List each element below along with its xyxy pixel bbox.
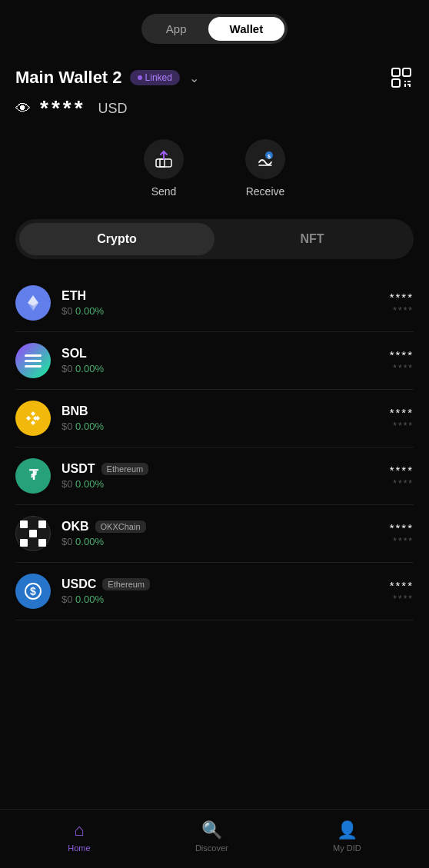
svg-marker-19 [31,421,35,425]
discover-nav-button[interactable]: 🔍 Discover [195,820,228,853]
receive-label: Receive [246,185,285,198]
coin-eth-info: ETH $0 0.00% [62,289,379,317]
coin-usdt-amount: **** [390,464,414,477]
coin-okb-amount: **** [390,521,414,534]
svg-text:$: $ [268,154,271,160]
coin-usdc-symbol: USDC [62,577,96,591]
coin-usdc-amount-sub: **** [390,594,414,604]
coin-usdt-value: $0 0.00% [62,478,379,490]
eye-icon[interactable]: 👁 [15,100,31,118]
coin-okb-info: OKB OKXChain $0 0.00% [62,520,379,547]
coin-sol-amount-sub: **** [390,363,414,374]
coin-eth-amount: **** [390,291,414,304]
svg-rect-9 [160,159,165,167]
coin-list: ETH $0 0.00% **** **** SOL [15,274,414,620]
crypto-tab-button[interactable]: Crypto [19,223,214,255]
svg-rect-8 [156,159,171,167]
svg-rect-4 [407,81,411,82]
linked-label: Linked [145,72,172,83]
send-label: Send [151,185,177,198]
balance-hidden: **** [40,96,86,121]
coin-bnb-amount: **** [390,406,414,419]
coin-bnb-balance: **** **** [390,406,414,431]
coin-bnb-info: BNB $0 0.00% [62,404,379,432]
list-item[interactable]: SOL $0 0.00% **** **** [15,332,414,390]
list-item[interactable]: OKB OKXChain $0 0.00% **** **** [15,505,414,563]
receive-icon-circle: $ [245,139,285,179]
svg-rect-5 [404,84,406,87]
coin-usdt-balance: **** **** [390,464,414,489]
scan-icon[interactable] [389,65,414,90]
usdt-logo: ₮ [15,458,51,494]
svg-rect-0 [392,68,400,76]
svg-rect-1 [403,68,411,76]
linked-badge[interactable]: Linked [130,70,180,85]
coin-usdt-amount-sub: **** [390,478,414,489]
coin-sol-value: $0 0.00% [62,363,379,374]
home-nav-label: Home [68,843,90,853]
coin-usdc-amount: **** [390,579,414,592]
sol-logo [15,343,51,378]
coin-bnb-value: $0 0.00% [62,421,379,432]
linked-dot [138,75,142,80]
usdc-logo: $ [15,574,51,609]
wallet-title-group: Main Wallet 2 Linked ⌄ [15,68,199,88]
app-tab-button[interactable]: App [145,17,208,41]
list-item[interactable]: ₮ USDT Ethereum $0 0.00% **** **** [15,447,414,505]
coin-usdc-balance: **** **** [390,579,414,604]
coin-usdt-info: USDT Ethereum $0 0.00% [62,462,379,490]
coin-sol-balance: **** **** [390,348,414,374]
coin-eth-symbol: ETH [62,289,86,303]
list-item[interactable]: $ USDC Ethereum $0 0.00% **** **** [15,563,414,620]
person-icon: 👤 [337,820,358,840]
list-item[interactable]: ETH $0 0.00% **** **** [15,274,414,332]
coin-sol-symbol: SOL [62,347,87,361]
discover-nav-label: Discover [195,843,228,853]
search-icon: 🔍 [201,820,222,840]
svg-text:₮: ₮ [29,467,39,483]
wallet-name: Main Wallet 2 [15,68,122,88]
nft-tab-button[interactable]: NFT [214,223,410,255]
svg-rect-7 [409,84,411,87]
svg-rect-3 [404,81,406,82]
eth-logo [15,285,51,321]
home-nav-button[interactable]: ⌂ Home [68,820,90,853]
wallet-header: Main Wallet 2 Linked ⌄ [15,65,414,90]
svg-rect-2 [392,79,400,87]
mydid-nav-label: My DID [333,843,361,853]
coin-usdt-symbol: USDT [62,462,95,476]
coin-usdc-value: $0 0.00% [62,594,379,605]
coin-okb-network: OKXChain [95,520,146,533]
coin-okb-balance: **** **** [390,521,414,547]
coin-sol-info: SOL $0 0.00% [62,347,379,374]
receive-button[interactable]: $ Receive [245,139,285,198]
bnb-logo [15,401,51,436]
coin-bnb-amount-sub: **** [390,421,414,431]
coin-usdt-network: Ethereum [101,463,149,475]
svg-marker-16 [26,416,31,421]
list-item[interactable]: BNB $0 0.00% **** **** [15,390,414,447]
app-wallet-toggle[interactable]: App Wallet [141,14,288,44]
coin-eth-value: $0 0.00% [62,305,379,317]
coin-okb-symbol: OKB [62,520,89,534]
send-button[interactable]: Send [144,139,184,198]
svg-text:$: $ [30,585,36,597]
coin-okb-amount-sub: **** [390,536,414,547]
sol-icon [22,351,45,371]
chevron-down-icon[interactable]: ⌄ [189,71,199,85]
coin-okb-value: $0 0.00% [62,536,379,547]
balance-row: 👁 **** USD [15,96,414,121]
coin-sol-amount: **** [390,348,414,361]
main-content: Main Wallet 2 Linked ⌄ 👁 **** USD [0,44,429,809]
balance-currency: USD [98,101,128,117]
tab-switcher: Crypto NFT [15,219,414,259]
coin-eth-balance: **** **** [390,291,414,316]
coin-eth-amount-sub: **** [390,305,414,316]
coin-usdc-info: USDC Ethereum $0 0.00% [62,577,379,605]
coin-usdc-network: Ethereum [102,578,150,590]
home-icon: ⌂ [74,820,84,840]
wallet-tab-button[interactable]: Wallet [208,17,285,41]
okb-logo [15,516,51,551]
bottom-nav: ⌂ Home 🔍 Discover 👤 My DID [0,809,429,868]
mydid-nav-button[interactable]: 👤 My DID [333,820,361,853]
